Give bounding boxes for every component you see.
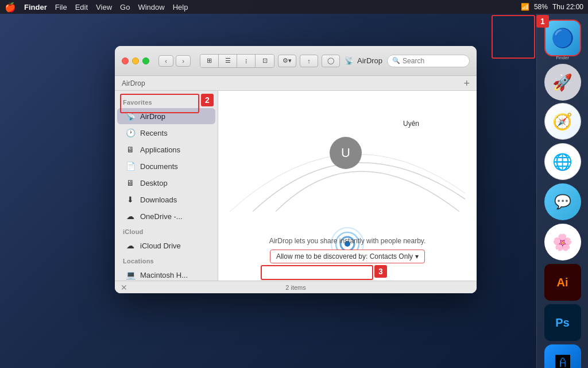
- gallery-view-btn[interactable]: ⊡: [256, 55, 274, 67]
- sidebar-item-airdrop[interactable]: 📡 AirDrop: [117, 108, 215, 124]
- main-area: Favorites 📡 AirDrop 🕐 Recents 🖥 Applicat…: [115, 91, 477, 281]
- search-box[interactable]: 🔍: [387, 55, 470, 67]
- back-button[interactable]: ‹: [158, 55, 173, 67]
- sidebar-onedrive-label: OneDrive -...: [140, 212, 183, 221]
- annotation-box-1: [492, 15, 535, 59]
- title-bar: ‹ › ⊞ ☰ ⫶ ⊡ ⚙▾ ↑ ◯ 📡 AirDrop 🔍: [115, 46, 477, 76]
- sidebar-item-recents[interactable]: 🕐 Recents: [117, 125, 215, 141]
- action-btn[interactable]: ⚙▾: [278, 55, 296, 67]
- locations-section-title: Locations: [115, 254, 218, 266]
- close-status-icon[interactable]: ✕: [121, 283, 127, 292]
- status-bar: ✕ 2 items: [115, 281, 477, 293]
- sidebar-item-macintosh[interactable]: 💻 Macintosh H...: [117, 267, 215, 281]
- sidebar-macintosh-label: Macintosh H...: [140, 271, 188, 279]
- menubar-wifi-icon: 📶: [521, 3, 529, 11]
- menubar-left: 🍎 Finder File Edit View Go Window Help: [5, 2, 188, 13]
- sidebar-item-icloud-drive[interactable]: ☁ iCloud Drive: [117, 237, 215, 254]
- sidebar-airdrop-label: AirDrop: [140, 112, 165, 121]
- tag-btn[interactable]: ◯: [322, 55, 340, 67]
- sidebar-desktop-label: Desktop: [140, 179, 168, 187]
- item-count: 2 items: [285, 284, 305, 291]
- dock-right: 🔵 Finder 🚀 🧭 🌐 💬: [536, 14, 588, 368]
- desktop-icon: 🖥: [125, 178, 136, 188]
- menubar-app-name[interactable]: Finder: [24, 3, 47, 12]
- column-view-btn[interactable]: ⫶: [237, 55, 256, 67]
- airdrop-sidebar-icon: 📡: [125, 111, 136, 121]
- onedrive-icon: ☁: [125, 211, 136, 221]
- applications-icon: 🖥: [125, 144, 136, 155]
- content-panel: U Uyên: [218, 91, 477, 281]
- sidebar-item-applications[interactable]: 🖥 Applications: [117, 141, 215, 158]
- sidebar-item-downloads[interactable]: ⬇ Downloads: [117, 191, 215, 208]
- dock-item-chrome[interactable]: 🌐: [544, 143, 581, 180]
- menubar-right: 📶 58% Thu 22:00: [521, 3, 583, 11]
- share-btn[interactable]: ↑: [300, 55, 318, 67]
- sidebar-recents-label: Recents: [140, 129, 168, 137]
- dock-item-appstore[interactable]: 🅰: [544, 344, 581, 368]
- sidebar-icloud-label: iCloud Drive: [140, 241, 181, 250]
- traffic-lights: [122, 57, 149, 64]
- icon-view-btn[interactable]: ⊞: [200, 55, 219, 67]
- desktop: 🍎 Finder File Edit View Go Window Help 📶…: [0, 0, 588, 368]
- view-buttons: ⊞ ☰ ⫶ ⊡: [200, 54, 274, 68]
- minimize-button[interactable]: [132, 57, 139, 64]
- dock-item-messages[interactable]: 💬: [544, 183, 581, 220]
- macintosh-icon: 💻: [125, 270, 136, 280]
- finder-window: ‹ › ⊞ ☰ ⫶ ⊡ ⚙▾ ↑ ◯ 📡 AirDrop 🔍: [115, 46, 477, 293]
- discovery-select[interactable]: Allow me to be discovered by: Contacts O…: [270, 250, 425, 263]
- sidebar-item-onedrive[interactable]: ☁ OneDrive -...: [117, 208, 215, 224]
- apple-menu[interactable]: 🍎: [5, 2, 16, 13]
- search-icon: 🔍: [392, 57, 400, 64]
- menubar: 🍎 Finder File Edit View Go Window Help 📶…: [0, 0, 588, 14]
- dock-item-illustrator[interactable]: Ai: [544, 264, 581, 301]
- sidebar: Favorites 📡 AirDrop 🕐 Recents 🖥 Applicat…: [115, 91, 218, 281]
- close-button[interactable]: [122, 57, 129, 64]
- documents-icon: 📄: [125, 161, 136, 171]
- nav-buttons: ‹ ›: [158, 55, 191, 67]
- search-input[interactable]: [403, 57, 465, 65]
- window-title-area: 📡 AirDrop: [345, 56, 382, 65]
- downloads-icon: ⬇: [125, 194, 136, 205]
- menubar-time: Thu 22:00: [552, 3, 583, 11]
- discovery-label: Allow me to be discovered by: Contacts O…: [276, 252, 413, 260]
- dropdown-chevron-icon: ▾: [415, 252, 419, 260]
- dock-item-safari[interactable]: 🧭: [544, 103, 581, 140]
- favorites-section-title: Favorites: [115, 95, 218, 108]
- user-name: Uyên: [403, 120, 419, 128]
- user-avatar: U: [330, 137, 362, 169]
- dock-item-rocket[interactable]: 🚀: [544, 64, 581, 99]
- sidebar-item-desktop[interactable]: 🖥 Desktop: [117, 175, 215, 191]
- dock-item-photos[interactable]: 🌸: [544, 224, 581, 260]
- dock-item-finder[interactable]: 🔵 Finder: [544, 20, 581, 60]
- window-title: AirDrop: [357, 56, 382, 65]
- sidebar-item-documents[interactable]: 📄 Documents: [117, 158, 215, 174]
- icloud-drive-icon: ☁: [125, 240, 136, 251]
- menubar-window[interactable]: Window: [138, 3, 164, 12]
- dock-item-photoshop[interactable]: Ps: [544, 304, 581, 341]
- subtitle-text: AirDrop: [122, 79, 145, 87]
- sidebar-downloads-label: Downloads: [140, 195, 177, 204]
- menubar-edit[interactable]: Edit: [75, 3, 88, 12]
- airdrop-title-icon: 📡: [345, 56, 354, 65]
- subtitle-bar: AirDrop +: [115, 76, 477, 91]
- icloud-section-title: iCloud: [115, 225, 218, 237]
- sidebar-applications-label: Applications: [140, 145, 180, 154]
- list-view-btn[interactable]: ☰: [219, 55, 237, 67]
- forward-button[interactable]: ›: [176, 55, 191, 67]
- recents-icon: 🕐: [125, 128, 136, 138]
- menubar-battery: 58%: [534, 3, 548, 11]
- user-initial: U: [341, 145, 350, 160]
- menubar-file[interactable]: File: [55, 3, 67, 12]
- airdrop-description: AirDrop lets you share instantly with pe…: [269, 237, 426, 245]
- menubar-view[interactable]: View: [96, 3, 112, 12]
- toolbar-icons: ⊞ ☰ ⫶ ⊡ ⚙▾ ↑ ◯: [200, 54, 340, 68]
- sidebar-documents-label: Documents: [140, 162, 178, 171]
- menubar-go[interactable]: Go: [120, 3, 130, 12]
- add-button[interactable]: +: [463, 78, 470, 89]
- menubar-help[interactable]: Help: [173, 3, 188, 12]
- maximize-button[interactable]: [142, 57, 149, 64]
